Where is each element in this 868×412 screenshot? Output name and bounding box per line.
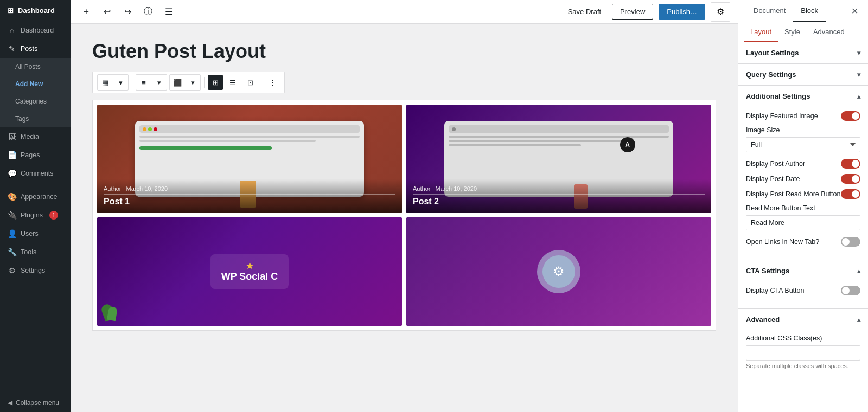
collapse-menu-button[interactable]: ◀ Collapse menu <box>0 394 71 412</box>
save-draft-button[interactable]: Save Draft <box>563 4 607 19</box>
sidebar-item-categories[interactable]: Categories <box>0 93 71 110</box>
advanced-header[interactable]: Advanced ▴ <box>738 309 868 330</box>
sidebar-item-all-posts[interactable]: All Posts <box>0 58 71 75</box>
block-toolbar: ▦ ▾ ≡ ▾ ⬛ ▾ ⊞ ☰ ⊡ ⋮ <box>92 72 285 93</box>
block-tab-layout[interactable]: Layout <box>744 22 778 42</box>
text-align-button[interactable]: ⬛ <box>170 75 185 90</box>
post-1-divider <box>104 194 395 195</box>
advanced-chevron: ▴ <box>857 316 860 324</box>
display-post-author-toggle[interactable] <box>841 159 860 169</box>
topbar-right: Save Draft Preview Publish… ⚙ <box>563 2 730 22</box>
tools-menu-button[interactable]: ☰ <box>161 4 177 20</box>
settings-panel-button[interactable]: ⚙ <box>711 2 730 22</box>
editor-area: Guten Post Layout ▦ ▾ ≡ ▾ ⬛ ▾ ⊞ ☰ ⊡ ⋮ <box>71 24 738 412</box>
additional-settings-chevron: ▴ <box>857 93 860 100</box>
read-more-text-row: Read More Button Text <box>746 204 860 230</box>
more-options-button[interactable]: ⋮ <box>265 75 280 90</box>
info-button[interactable]: ⓘ <box>140 4 156 20</box>
display-post-date-label: Display Post Date <box>746 175 800 183</box>
plugins-icon: 🔌 <box>8 211 16 220</box>
block-type-button[interactable]: ▦ <box>98 75 113 90</box>
post-card-4[interactable]: ⚙ <box>406 217 711 326</box>
posts-icon: ✎ <box>8 44 16 53</box>
sidebar-logo[interactable]: ⊞ Dashboard <box>0 0 71 21</box>
additional-settings-label: Additional Settings <box>746 92 810 100</box>
preview-button[interactable]: Preview <box>612 4 653 20</box>
display-post-read-more-toggle[interactable] <box>841 189 860 199</box>
redo-button[interactable]: ↪ <box>119 4 136 20</box>
display-post-read-more-label: Display Post Read More Button <box>746 190 840 198</box>
block-type-chevron[interactable]: ▾ <box>113 75 128 90</box>
sidebar-item-users[interactable]: 👤 Users <box>0 224 71 243</box>
display-cta-button-toggle[interactable] <box>841 286 860 295</box>
sidebar-item-plugins[interactable]: 🔌 Plugins 1 <box>0 206 71 224</box>
sidebar-item-settings[interactable]: ⚙ Settings <box>0 261 71 280</box>
post-2-author: Author <box>413 185 430 192</box>
query-settings-chevron: ▾ <box>857 71 860 79</box>
toolbar-separator-2 <box>204 77 205 88</box>
tab-block[interactable]: Block <box>793 0 826 22</box>
sidebar-item-posts[interactable]: ✎ Posts <box>0 40 71 58</box>
post-3-image: ★ WP Social C <box>97 217 402 326</box>
text-align-chevron[interactable]: ▾ <box>185 75 200 90</box>
post-card-1[interactable]: Author March 10, 2020 Post 1 <box>97 105 402 213</box>
additional-css-input[interactable] <box>746 345 860 360</box>
right-panel: Document Block ✕ Layout Style Advanced L… <box>738 0 868 412</box>
topbar: ＋ ↩ ↪ ⓘ ☰ Save Draft Preview Publish… ⚙ <box>71 0 738 24</box>
layout-settings-header[interactable]: Layout Settings ▾ <box>738 42 868 63</box>
post-title[interactable]: Guten Post Layout <box>92 40 716 63</box>
plugins-badge: 1 <box>49 211 58 220</box>
block-tab-advanced[interactable]: Advanced <box>807 22 851 42</box>
toolbar-separator-1 <box>132 77 132 88</box>
toolbar-separator-3 <box>261 77 261 88</box>
post-card-2[interactable]: A Author March 10, 2020 Post 2 <box>406 105 711 213</box>
panel-close-button[interactable]: ✕ <box>849 0 860 22</box>
align-chevron[interactable]: ▾ <box>151 75 167 90</box>
users-icon: 👤 <box>8 229 16 238</box>
post-1-author: Author <box>104 185 121 192</box>
sidebar-item-dashboard[interactable]: ⌂ Dashboard <box>0 21 71 40</box>
image-size-select[interactable]: Full Large Medium Thumbnail <box>746 137 860 152</box>
post-4-image: ⚙ <box>406 217 711 326</box>
display-cta-button-row: Display CTA Button <box>746 286 860 295</box>
collapse-icon: ◀ <box>8 399 12 407</box>
block-tab-style[interactable]: Style <box>778 22 807 42</box>
sidebar: ⊞ Dashboard ⌂ Dashboard ✎ Posts All Post… <box>0 0 71 412</box>
align-button[interactable]: ≡ <box>136 75 151 90</box>
image-view-button[interactable]: ⊡ <box>242 75 258 90</box>
dashboard-label: Dashboard <box>18 7 55 15</box>
read-more-text-input[interactable] <box>746 215 860 230</box>
grid-view-button[interactable]: ⊞ <box>208 75 223 90</box>
additional-css-helper: Separate multiple classes with spaces. <box>746 363 860 369</box>
pages-icon: 📄 <box>8 151 16 159</box>
additional-settings-body: Display Featured Image Image Size Full L… <box>738 107 868 260</box>
sidebar-item-comments[interactable]: 💬 Comments <box>0 164 71 183</box>
display-post-date-row: Display Post Date <box>746 174 860 184</box>
display-featured-image-toggle[interactable] <box>841 111 860 121</box>
add-block-button[interactable]: ＋ <box>78 4 94 20</box>
sidebar-item-appearance[interactable]: 🎨 Appearance <box>0 188 71 206</box>
posts-submenu: All Posts Add New Categories Tags <box>0 58 71 127</box>
cta-settings-header[interactable]: CTA Settings ▴ <box>738 260 868 281</box>
settings-icon: ⚙ <box>8 266 16 275</box>
block-tabs: Layout Style Advanced <box>738 22 868 42</box>
block-type-group: ▦ ▾ <box>97 74 129 91</box>
open-links-new-tab-toggle[interactable] <box>841 237 860 247</box>
sidebar-item-media[interactable]: 🖼 Media <box>0 127 71 146</box>
cta-settings-label: CTA Settings <box>746 267 789 275</box>
additional-settings-header[interactable]: Additional Settings ▴ <box>738 86 868 107</box>
cta-settings-section: CTA Settings ▴ Display CTA Button <box>738 260 868 309</box>
post-1-meta: Author March 10, 2020 <box>104 185 395 192</box>
post-card-3[interactable]: ★ WP Social C <box>97 217 402 326</box>
sidebar-item-tags[interactable]: Tags <box>0 110 71 127</box>
sidebar-item-tools[interactable]: 🔧 Tools <box>0 243 71 261</box>
undo-button[interactable]: ↩ <box>99 4 115 20</box>
sidebar-item-pages[interactable]: 📄 Pages <box>0 146 71 164</box>
query-settings-header[interactable]: Query Settings ▾ <box>738 64 868 85</box>
list-view-button[interactable]: ☰ <box>225 75 240 90</box>
sidebar-item-add-new[interactable]: Add New <box>0 75 71 93</box>
display-post-date-toggle[interactable] <box>841 174 860 184</box>
publish-button[interactable]: Publish… <box>659 4 705 20</box>
open-links-new-tab-row: Open Links in New Tab? <box>746 237 860 247</box>
tab-document[interactable]: Document <box>746 0 793 22</box>
